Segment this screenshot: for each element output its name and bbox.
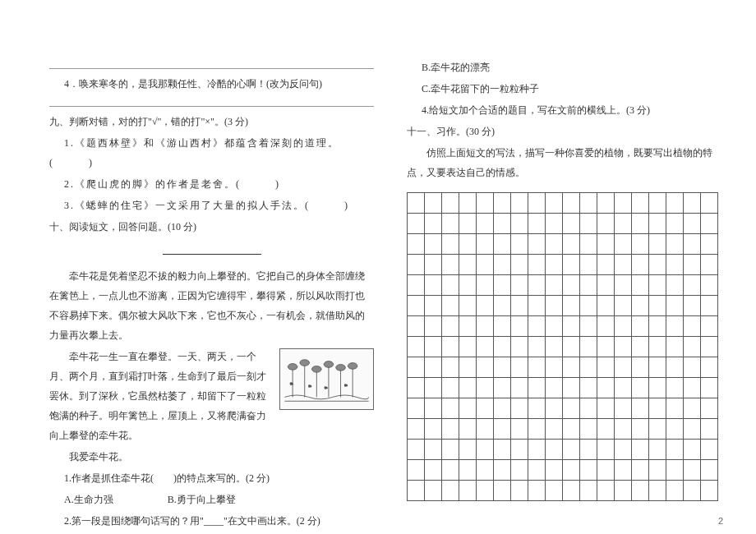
grid-cell xyxy=(546,296,563,316)
grid-cell xyxy=(494,234,511,255)
grid-cell xyxy=(442,337,459,357)
grid-cell xyxy=(632,296,649,316)
grid-cell xyxy=(597,234,615,255)
grid-cell xyxy=(666,419,684,440)
grid-cell xyxy=(597,316,615,337)
grid-cell xyxy=(597,214,615,234)
grid-cell xyxy=(425,275,442,296)
grid-cell xyxy=(632,255,649,275)
grid-cell xyxy=(701,296,718,316)
grid-cell xyxy=(684,255,701,275)
grid-cell xyxy=(615,460,632,481)
grid-cell xyxy=(684,214,701,234)
q10-2: 2.第一段是围绕哪句话写的？用"____"在文中画出来。(2 分) xyxy=(49,511,374,531)
answer-line xyxy=(49,95,374,107)
grid-cell xyxy=(511,214,528,234)
grid-cell xyxy=(649,460,666,481)
grid-cell xyxy=(528,234,546,255)
grid-cell xyxy=(477,481,494,501)
grid-cell xyxy=(477,419,494,440)
grid-cell xyxy=(528,255,546,275)
q10-1: 1.作者是抓住牵牛花( )的特点来写的。(2 分) xyxy=(49,468,374,488)
passage-para-1: 牵牛花是凭着坚忍不拔的毅力向上攀登的。它把自己的身体全部缠绕在篱笆上，一点儿也不… xyxy=(49,266,374,345)
grid-cell xyxy=(546,275,563,296)
grid-cell xyxy=(494,419,511,440)
grid-cell xyxy=(442,481,459,501)
grid-cell xyxy=(580,419,597,440)
grid-cell xyxy=(442,316,459,337)
grid-cell xyxy=(459,460,477,481)
grid-cell xyxy=(511,440,528,460)
grid-cell xyxy=(563,275,580,296)
grid-cell xyxy=(425,234,442,255)
grid-cell xyxy=(580,214,597,234)
grid-cell xyxy=(597,255,615,275)
grid-cell xyxy=(511,481,528,501)
grid-cell xyxy=(511,275,528,296)
grid-cell xyxy=(632,193,649,214)
grid-cell xyxy=(408,255,425,275)
grid-cell xyxy=(528,440,546,460)
grid-cell xyxy=(459,419,477,440)
grid-cell xyxy=(408,316,425,337)
s9-item-2: 2.《爬山虎的脚》的作者是老舍。( ) xyxy=(49,174,374,194)
section-9-title: 九、判断对错，对的打"√"，错的打"×"。(3 分) xyxy=(49,112,374,131)
grid-cell xyxy=(563,398,580,419)
svg-point-6 xyxy=(288,364,297,371)
grid-cell xyxy=(563,193,580,214)
grid-cell xyxy=(425,255,442,275)
left-column: 4．唤来寒冬的，是我那颗任性、冷酷的心啊！(改为反问句) 九、判断对错，对的打"… xyxy=(49,58,374,534)
grid-cell xyxy=(580,398,597,419)
grid-cell xyxy=(477,357,494,378)
grid-cell xyxy=(580,481,597,501)
grid-cell xyxy=(684,193,701,214)
grid-cell xyxy=(477,193,494,214)
grid-cell xyxy=(580,255,597,275)
q10-3-option-c: C.牵牛花留下的一粒粒种子 xyxy=(407,79,731,99)
grid-cell xyxy=(666,337,684,357)
q4-text: 4．唤来寒冬的，是我那颗任性、冷酷的心啊！(改为反问句) xyxy=(49,74,374,94)
grid-cell xyxy=(632,440,649,460)
passage-title-blank xyxy=(49,242,374,261)
grid-cell xyxy=(408,481,425,501)
grid-cell xyxy=(597,378,615,398)
grid-cell xyxy=(597,460,615,481)
grid-cell xyxy=(649,419,666,440)
grid-cell xyxy=(459,275,477,296)
grid-cell xyxy=(459,378,477,398)
morning-glory-illustration xyxy=(279,348,374,410)
grid-cell xyxy=(597,275,615,296)
grid-cell xyxy=(684,337,701,357)
grid-cell xyxy=(649,193,666,214)
grid-cell xyxy=(597,398,615,419)
grid-cell xyxy=(632,481,649,501)
grid-cell xyxy=(511,357,528,378)
grid-cell xyxy=(563,460,580,481)
grid-cell xyxy=(615,378,632,398)
grid-cell xyxy=(528,337,546,357)
grid-cell xyxy=(649,234,666,255)
grid-cell xyxy=(701,316,718,337)
grid-cell xyxy=(649,440,666,460)
s9-item-1: 1.《题西林壁》和《游山西村》都蕴含着深刻的道理。( ) xyxy=(49,133,374,173)
grid-cell xyxy=(528,193,546,214)
grid-cell xyxy=(442,255,459,275)
grid-cell xyxy=(477,296,494,316)
grid-cell xyxy=(494,440,511,460)
grid-cell xyxy=(425,440,442,460)
grid-cell xyxy=(615,316,632,337)
grid-cell xyxy=(701,378,718,398)
grid-cell xyxy=(494,214,511,234)
grid-cell xyxy=(511,337,528,357)
grid-cell xyxy=(546,378,563,398)
grid-cell xyxy=(563,296,580,316)
grid-cell xyxy=(442,214,459,234)
svg-point-10 xyxy=(336,364,346,371)
grid-cell xyxy=(580,193,597,214)
grid-cell xyxy=(494,193,511,214)
grid-cell xyxy=(408,275,425,296)
grid-cell xyxy=(563,440,580,460)
grid-cell xyxy=(666,193,684,214)
grid-cell xyxy=(459,296,477,316)
grid-cell xyxy=(442,440,459,460)
